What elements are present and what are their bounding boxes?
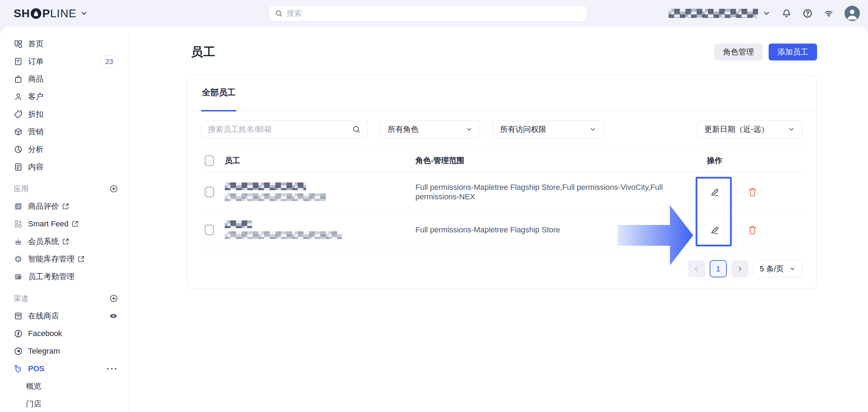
sidebar-section-channels: 渠道 [0, 290, 129, 307]
sidebar-item-product-reviews[interactable]: 商品评价 [0, 198, 129, 215]
sidebar-item-smart-inventory[interactable]: 智能库存管理 [0, 250, 129, 268]
smart-feed-app-icon [14, 219, 23, 228]
add-channel-icon[interactable] [109, 294, 118, 303]
external-link-icon [62, 202, 70, 210]
next-page-button[interactable] [731, 260, 749, 277]
employee-identity-redacted [225, 182, 415, 201]
notifications-bell-icon[interactable] [781, 8, 792, 19]
role-scope-text: Full permissions-Mapletree Flagship Stor… [415, 225, 688, 234]
page-title: 员工 [191, 44, 216, 60]
external-link-icon [77, 255, 85, 263]
sidebar-item-home[interactable]: 首页 [0, 35, 129, 53]
global-search[interactable] [269, 5, 587, 21]
smart-inventory-app-icon [14, 255, 23, 264]
chevron-right-icon [736, 265, 743, 272]
online-store-icon [14, 311, 23, 321]
page-header: 员工 角色管理 添加员工 [187, 43, 817, 61]
sidebar: 首页 订单 23 商品 客户 折扣 营销 [0, 27, 129, 412]
sidebar-subitem-stores[interactable]: 门店 [0, 395, 129, 412]
employees-table: 员工 角色-管理范围 操作 Full permissions-Mapletree… [201, 149, 802, 248]
search-icon [352, 125, 361, 134]
brand-logo[interactable]: SHP LINE [14, 7, 88, 20]
sidebar-item-membership[interactable]: 会员系统 [0, 233, 129, 250]
delete-employee-button[interactable] [746, 185, 759, 199]
col-role-scope: 角色-管理范围 [415, 155, 688, 166]
sidebar-item-pos[interactable]: POS ··· [0, 360, 129, 378]
products-bag-icon [14, 75, 23, 84]
edit-pencil-icon [709, 187, 720, 197]
orders-count-badge: 23 [100, 56, 118, 67]
pagination: 1 5 条/页 [688, 248, 802, 289]
sidebar-item-customers[interactable]: 客户 [0, 88, 129, 105]
role-management-button[interactable]: 角色管理 [714, 44, 763, 60]
row-checkbox[interactable] [205, 225, 214, 235]
employee-search-input[interactable] [208, 125, 348, 134]
pos-tag-icon [14, 364, 23, 373]
sidebar-item-products[interactable]: 商品 [0, 70, 129, 88]
shopline-logo-icon [30, 8, 42, 19]
page-number-button[interactable]: 1 [710, 260, 727, 277]
sidebar-item-smart-feed[interactable]: Smart Feed [0, 215, 129, 233]
sidebar-item-analytics[interactable]: 分析 [0, 141, 129, 158]
select-all-checkbox[interactable] [205, 155, 214, 166]
sidebar-item-content[interactable]: 内容 [0, 158, 129, 176]
network-wifi-icon[interactable] [823, 8, 834, 19]
table-header-row: 员工 角色-管理范围 操作 [201, 149, 802, 172]
product-reviews-app-icon [14, 202, 23, 211]
sidebar-item-marketing[interactable]: 营销 [0, 123, 129, 141]
add-employee-button[interactable]: 添加员工 [769, 44, 817, 60]
edit-employee-button[interactable] [708, 185, 721, 199]
customers-icon [14, 92, 23, 101]
help-icon[interactable] [802, 8, 813, 19]
chevron-down-icon [589, 126, 596, 133]
content-doc-icon [14, 162, 23, 172]
delete-employee-button[interactable] [746, 223, 759, 237]
chevron-down-icon [80, 9, 88, 17]
sidebar-section-apps: 应用 [0, 180, 129, 198]
discount-tag-icon [14, 110, 23, 119]
account-switcher[interactable] [669, 9, 771, 18]
main-area: 员工 角色管理 添加员工 全部员工 所有角色 [129, 27, 868, 412]
sidebar-subitem-overview[interactable]: 概览 [0, 378, 129, 395]
sidebar-item-attendance[interactable]: 员工考勤管理 [0, 268, 129, 285]
filters-row: 所有角色 所有访问权限 更新日期（近-远） [201, 121, 802, 138]
sidebar-item-discounts[interactable]: 折扣 [0, 105, 129, 123]
home-icon [14, 39, 23, 49]
sidebar-item-facebook[interactable]: Facebook [0, 325, 129, 342]
edit-employee-button[interactable] [708, 223, 721, 237]
chevron-down-icon [789, 266, 796, 272]
tab-all-employees[interactable]: 全部员工 [201, 75, 236, 111]
sidebar-item-online-store[interactable]: 在线商店 [0, 307, 129, 325]
sidebar-item-telegram[interactable]: Telegram [0, 342, 129, 360]
prev-page-button[interactable] [688, 260, 705, 277]
external-link-icon [62, 238, 70, 245]
pos-more-icon[interactable]: ··· [107, 367, 118, 371]
tabs-bar: 全部员工 [187, 75, 816, 111]
table-row: Full permissions-Mapletree Flagship Stor… [201, 172, 802, 212]
edit-pencil-icon [709, 225, 720, 235]
analytics-pie-icon [14, 145, 23, 154]
col-employee: 员工 [225, 155, 415, 166]
search-icon [275, 9, 283, 18]
marketing-cube-icon [14, 127, 23, 136]
role-filter-dropdown[interactable]: 所有角色 [380, 121, 480, 138]
account-name-redacted [669, 9, 758, 18]
brand-text-bold: SHP [14, 7, 50, 20]
sort-filter-dropdown[interactable]: 更新日期（近-远） [697, 121, 802, 138]
orders-icon [14, 57, 23, 66]
top-right-cluster [669, 0, 860, 27]
row-checkbox[interactable] [205, 187, 214, 197]
access-filter-dropdown[interactable]: 所有访问权限 [493, 121, 604, 138]
avatar[interactable] [844, 6, 860, 21]
global-search-input[interactable] [287, 9, 581, 18]
add-app-icon[interactable] [109, 184, 118, 193]
sidebar-item-orders[interactable]: 订单 23 [0, 53, 129, 70]
attendance-calendar-icon [14, 272, 23, 281]
employee-search[interactable] [201, 121, 368, 138]
page-size-dropdown[interactable]: 5 条/页 [753, 260, 802, 277]
chevron-left-icon [693, 265, 700, 272]
employees-card: 全部员工 所有角色 所有访问权限 [187, 75, 817, 289]
eye-visibility-icon[interactable] [108, 311, 118, 321]
brand-text-light: LINE [50, 7, 77, 20]
col-actions: 操作 [688, 155, 741, 166]
